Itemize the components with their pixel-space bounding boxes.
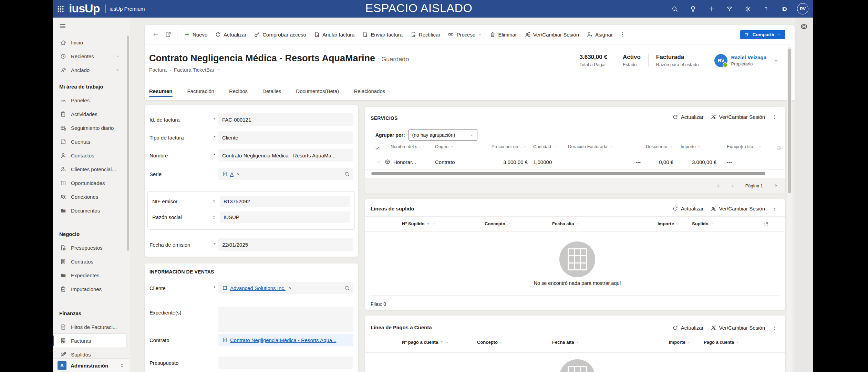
search-button[interactable]: [665, 0, 684, 18]
subgrid-more-button[interactable]: [768, 322, 781, 333]
check-access-button[interactable]: Comprobar acceso: [250, 28, 310, 41]
page-scrollbar[interactable]: [787, 46, 792, 372]
first-page-icon[interactable]: [716, 183, 722, 189]
column-header-num-suplido[interactable]: Nº Suplido: [402, 221, 435, 226]
copilot-button[interactable]: [775, 0, 793, 18]
sidebar-item-contratos[interactable]: Contratos: [53, 255, 127, 268]
column-header-duracion[interactable]: Duración Facturada: [568, 144, 612, 149]
column-header-equipos[interactable]: Equipo(s) titu...: [727, 144, 762, 149]
subgrid-session-button[interactable]: Ver/Cambiar Sesión: [707, 322, 768, 333]
column-header-precio[interactable]: Precio por un...: [492, 144, 527, 149]
send-invoice-button[interactable]: Enviar factura: [358, 28, 406, 41]
sidebar-item-seguimiento-diario[interactable]: Seguimiento diario: [53, 121, 127, 135]
user-avatar[interactable]: RV: [797, 3, 808, 14]
column-header-origen[interactable]: Origen: [435, 144, 454, 149]
sidebar-scrollbar-thumb[interactable]: [127, 35, 129, 251]
invoice-id-input[interactable]: FAC-000121: [218, 113, 353, 126]
contract-link[interactable]: Contrato Negligencia Médica - Resorts Aq…: [230, 337, 337, 343]
assign-button[interactable]: Asignar: [583, 28, 617, 41]
owner-field[interactable]: RV Raziel VeizagaPropietario: [706, 54, 766, 67]
column-header-concepto[interactable]: Concepto: [477, 340, 503, 345]
area-switcher[interactable]: A Administración: [53, 358, 130, 372]
sidebar-item-cuentas[interactable]: Cuentas: [53, 135, 127, 148]
sidebar-item-presupuestos[interactable]: Presupuestos: [53, 241, 127, 255]
subgrid-refresh-button[interactable]: Actualizar: [669, 203, 707, 214]
share-button[interactable]: Compartir: [740, 30, 785, 39]
tab-facturacion[interactable]: Facturación: [187, 82, 214, 100]
sidebar-item-expedientes[interactable]: Expedientes: [53, 268, 127, 282]
subgrid-more-button[interactable]: [768, 112, 781, 122]
chevron-down-icon[interactable]: [115, 54, 120, 59]
view-change-session-button[interactable]: Ver/Cambiar Sesión: [521, 28, 583, 41]
column-header-importe[interactable]: Importe: [681, 144, 701, 149]
sidebar-item-anclado[interactable]: Anclado: [53, 63, 127, 77]
column-header-pago-cuenta[interactable]: Pago a cuenta: [704, 340, 739, 345]
issue-date-input[interactable]: 22/01/2025: [218, 238, 353, 251]
sidebar-item-paneles[interactable]: Paneles: [53, 93, 127, 107]
column-header-cantidad[interactable]: Cantidad: [533, 144, 556, 149]
subgrid-more-button[interactable]: [768, 203, 781, 214]
chevron-down-icon[interactable]: [773, 58, 779, 63]
back-button[interactable]: [149, 28, 162, 41]
save-layout-icon[interactable]: [776, 145, 781, 150]
sidebar-scrollbar[interactable]: [127, 35, 129, 356]
budget-input[interactable]: [218, 356, 353, 369]
hamburger-icon[interactable]: [59, 22, 66, 30]
sidebar-item-documentos[interactable]: Documentos: [53, 204, 127, 217]
select-all-check-icon[interactable]: [375, 145, 380, 151]
app-launcher-icon[interactable]: [56, 5, 65, 13]
tab-relacionados[interactable]: Relacionados: [354, 82, 391, 100]
open-in-new-icon[interactable]: [763, 222, 768, 227]
column-header-importe[interactable]: Importe: [658, 221, 679, 226]
quick-create-button[interactable]: [702, 0, 720, 18]
form-selector[interactable]: Factura TicketBai: [174, 67, 214, 73]
client-link[interactable]: Advanced Solutions Inc.: [230, 285, 286, 291]
contract-lookup-input[interactable]: Contrato Negligencia Médica - Resorts Aq…: [218, 334, 353, 346]
column-header-fecha-alta[interactable]: Fecha alta: [552, 221, 579, 226]
tab-resumen[interactable]: Resumen: [149, 82, 173, 100]
tab-documentos-beta[interactable]: Documentos(Beta): [296, 82, 339, 100]
sidebar-item-conexiones[interactable]: Conexiones: [53, 190, 127, 204]
sidebar-item-facturas[interactable]: Facturas: [53, 334, 126, 348]
more-commands-button[interactable]: [617, 28, 629, 41]
settings-button[interactable]: [738, 0, 757, 18]
tab-detalles[interactable]: Detalles: [262, 82, 281, 100]
razon-social-input[interactable]: IUSUP: [220, 211, 350, 223]
tips-button[interactable]: [684, 0, 702, 18]
group-by-select[interactable]: (no hay agrupación): [409, 130, 477, 141]
search-icon[interactable]: [344, 285, 350, 291]
name-input[interactable]: Contrato Negligencia Médica - Resorts Aq…: [218, 149, 353, 162]
subgrid-refresh-button[interactable]: Actualizar: [669, 112, 707, 122]
tab-recibos[interactable]: Recibos: [229, 82, 248, 100]
invoice-type-input[interactable]: Cliente: [218, 131, 353, 144]
rectify-button[interactable]: Rectificar: [406, 28, 444, 41]
subgrid-session-button[interactable]: Ver/Cambiar Sesión: [707, 203, 768, 214]
search-icon[interactable]: [344, 171, 350, 177]
column-header-descuento[interactable]: Descuento: [646, 144, 672, 149]
previous-page-icon[interactable]: [731, 183, 736, 189]
new-button[interactable]: Nuevo: [180, 28, 211, 41]
column-header-importe[interactable]: Importe: [669, 340, 691, 345]
horizontal-scrollbar[interactable]: [371, 172, 765, 175]
sidebar-item-contactos[interactable]: Contactos: [53, 148, 127, 162]
copilot-icon[interactable]: [800, 22, 808, 31]
expand-row-icon[interactable]: [377, 160, 381, 164]
subgrid-session-button[interactable]: Ver/Cambiar Sesión: [707, 112, 768, 122]
sidebar-item-actividades[interactable]: Actividades: [53, 107, 127, 121]
chevron-down-icon[interactable]: [115, 68, 120, 72]
next-page-icon[interactable]: [772, 183, 778, 189]
sidebar-item-inicio[interactable]: Inicio: [53, 35, 127, 49]
column-header-concepto[interactable]: Concepto: [485, 221, 510, 226]
sidebar-item-imputaciones[interactable]: Imputaciones: [53, 282, 127, 296]
subgrid-refresh-button[interactable]: Actualizar: [669, 322, 707, 333]
nif-input[interactable]: B13752092: [220, 196, 350, 207]
series-lookup-input[interactable]: A: [218, 168, 353, 180]
chevron-down-icon[interactable]: [217, 68, 220, 72]
sidebar-item-oportunidades[interactable]: Oportunidades: [53, 176, 127, 190]
owner-name[interactable]: Raziel Veizaga: [731, 54, 766, 60]
refresh-button[interactable]: Actualizar: [211, 28, 250, 41]
open-in-new-window-button[interactable]: [162, 28, 174, 41]
files-input[interactable]: [218, 307, 353, 332]
delete-button[interactable]: Eliminar: [486, 28, 520, 41]
sidebar-item-recientes[interactable]: Recientes: [53, 49, 127, 63]
